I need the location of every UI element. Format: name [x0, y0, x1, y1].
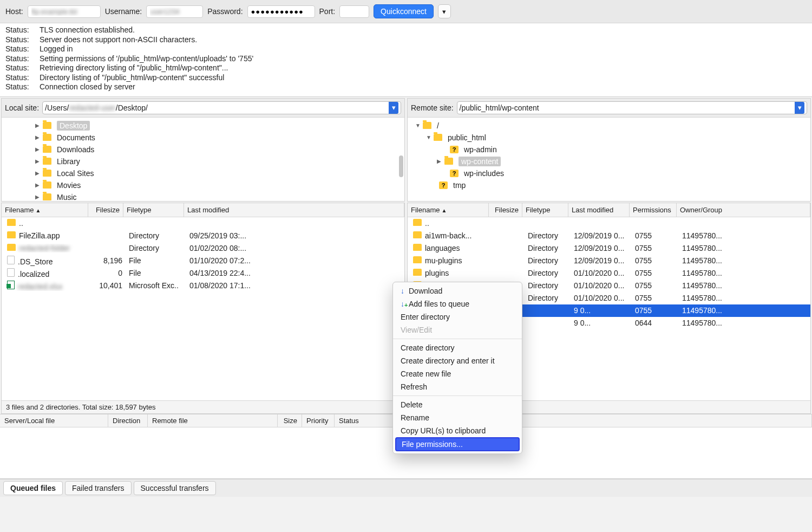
- ctx-copy-url[interactable]: Copy URL(s) to clipboard: [393, 424, 522, 437]
- list-item[interactable]: redacted-folderDirectory01/02/2020 08:..…: [2, 242, 404, 255]
- chevron-down-icon: ▾: [442, 8, 446, 16]
- tree-item[interactable]: ▶Movies: [2, 179, 404, 191]
- folder-unknown-icon: ?: [439, 181, 448, 189]
- ctx-download[interactable]: ↓Download: [393, 284, 522, 297]
- log-line: TLS connection established.: [40, 25, 135, 35]
- folder-icon: [43, 158, 51, 165]
- ctx-create-enter[interactable]: Create directory and enter it: [393, 354, 522, 367]
- ctx-create-directory[interactable]: Create directory: [393, 341, 522, 354]
- list-item[interactable]: pluginsDirectory01/10/2020 0...075511495…: [408, 267, 810, 280]
- folder-icon: [43, 122, 51, 129]
- list-item[interactable]: .localized0File04/13/2019 22:4...: [2, 267, 404, 280]
- local-path-input[interactable]: /Users/ redacted-user /Desktop/ ▾: [42, 101, 401, 114]
- password-label: Password:: [207, 7, 243, 16]
- download-icon: ↓: [401, 287, 404, 295]
- col[interactable]: Size: [278, 414, 302, 427]
- tree-item[interactable]: ?wp-includes: [408, 167, 810, 179]
- host-label: Host:: [5, 7, 23, 16]
- quickconnect-button[interactable]: Quickconnect: [374, 4, 434, 18]
- tree-item-wp-content[interactable]: ▶wp-content: [408, 155, 810, 167]
- tree-item[interactable]: ▼public_html: [408, 132, 810, 144]
- tree-item-desktop[interactable]: ▶Desktop: [2, 120, 404, 132]
- folder-unknown-icon: ?: [450, 170, 459, 177]
- sort-asc-icon: ▲: [35, 207, 41, 213]
- list-item[interactable]: redacted.xlsx10,401Microsoft Exc..01/08/…: [2, 280, 404, 292]
- local-file-list[interactable]: .. FileZilla.appDirectory09/25/2019 03:.…: [2, 217, 404, 400]
- connection-toolbar: Host: Username: Password: Port: Quickcon…: [0, 0, 812, 23]
- tree-item[interactable]: ▶Music: [2, 191, 404, 201]
- col-filetype[interactable]: Filetype: [522, 203, 568, 217]
- tree-item[interactable]: ▶Documents: [2, 132, 404, 144]
- list-item[interactable]: ai1wm-back...Directory12/09/2019 0...075…: [408, 230, 810, 242]
- col[interactable]: Priority: [302, 414, 335, 427]
- ctx-enter-directory[interactable]: Enter directory: [393, 310, 522, 323]
- col-filetype[interactable]: Filetype: [123, 203, 184, 217]
- tree-item[interactable]: ▶Local Sites: [2, 167, 404, 179]
- list-item[interactable]: FileZilla.appDirectory09/25/2019 03:...: [2, 230, 404, 242]
- list-item[interactable]: .DS_Store8,196File01/10/2020 07:2...: [2, 255, 404, 267]
- list-item[interactable]: mu-pluginsDirectory12/09/2019 0...075511…: [408, 255, 810, 267]
- port-input[interactable]: [339, 5, 369, 18]
- tree-item[interactable]: ▶Downloads: [2, 144, 404, 155]
- folder-icon: [444, 158, 453, 165]
- tab-successful[interactable]: Successful transfers: [134, 481, 216, 495]
- folder-icon: [413, 219, 422, 226]
- tree-item[interactable]: ?wp-admin: [408, 144, 810, 155]
- ctx-refresh[interactable]: Refresh: [393, 380, 522, 393]
- col-filename[interactable]: Filename▲: [2, 203, 88, 217]
- tab-queued[interactable]: Queued files: [3, 481, 63, 495]
- password-input[interactable]: [247, 5, 315, 18]
- local-site-label: Local site:: [5, 103, 39, 112]
- ctx-delete[interactable]: Delete: [393, 398, 522, 411]
- folder-unknown-icon: ?: [450, 146, 459, 153]
- folder-icon: [7, 231, 16, 238]
- quickconnect-dropdown[interactable]: ▾: [438, 4, 451, 18]
- list-item[interactable]: ..: [408, 217, 810, 230]
- folder-icon: [43, 134, 51, 141]
- tab-failed[interactable]: Failed transfers: [65, 481, 131, 495]
- col-owner[interactable]: Owner/Group: [677, 203, 810, 217]
- status-log: Status:TLS connection established. Statu…: [0, 23, 812, 97]
- col[interactable]: Direction: [108, 414, 148, 427]
- username-input[interactable]: [146, 5, 203, 18]
- local-tree[interactable]: ▶Desktop ▶Documents ▶Downloads ▶Library …: [2, 118, 404, 201]
- folder-icon: [434, 134, 442, 141]
- col[interactable]: Server/Local file: [0, 414, 108, 427]
- ctx-file-permissions[interactable]: File permissions...: [395, 437, 520, 451]
- ctx-view-edit: View/Edit: [393, 323, 522, 336]
- ctx-create-file[interactable]: Create new file: [393, 367, 522, 380]
- tree-item[interactable]: ▶Library: [2, 155, 404, 167]
- add-queue-icon: ↓: [401, 300, 404, 308]
- col-filename[interactable]: Filename▲: [408, 203, 489, 217]
- folder-icon: [413, 256, 422, 263]
- remote-site-label: Remote site:: [411, 103, 454, 112]
- local-columns: Filename▲ Filesize Filetype Last modifie…: [2, 203, 404, 217]
- folder-icon: [43, 146, 51, 153]
- folder-icon: [43, 193, 51, 200]
- username-label: Username:: [105, 7, 142, 16]
- col-filesize[interactable]: Filesize: [88, 203, 123, 217]
- chevron-down-icon[interactable]: ▾: [389, 102, 398, 114]
- remote-columns: Filename▲ Filesize Filetype Last modifie…: [408, 203, 810, 217]
- ctx-rename[interactable]: Rename: [393, 411, 522, 424]
- list-item[interactable]: languagesDirectory12/09/2019 0...0755114…: [408, 242, 810, 255]
- context-menu: ↓Download ↓Add files to queue Enter dire…: [392, 282, 522, 454]
- remote-path-input[interactable]: /public_html/wp-content ▾: [457, 101, 807, 114]
- col-modified[interactable]: Last modified: [184, 203, 404, 217]
- col-filesize[interactable]: Filesize: [489, 203, 522, 217]
- chevron-down-icon[interactable]: ▾: [795, 102, 804, 114]
- host-input[interactable]: [28, 5, 101, 18]
- ctx-add-queue[interactable]: ↓Add files to queue: [393, 297, 522, 310]
- scrollbar-thumb[interactable]: [399, 155, 403, 177]
- remote-tree[interactable]: ▼/ ▼public_html ?wp-admin ▶wp-content ?w…: [408, 118, 810, 201]
- folder-icon: [413, 269, 422, 276]
- folder-icon: [7, 244, 16, 251]
- tree-item-root[interactable]: ▼/: [408, 120, 810, 132]
- tree-item[interactable]: ?tmp: [408, 179, 810, 191]
- folder-icon: [413, 231, 422, 238]
- list-item-up[interactable]: ..: [2, 217, 404, 230]
- separator: [393, 395, 522, 396]
- col[interactable]: Remote file: [148, 414, 278, 427]
- col-modified[interactable]: Last modified: [568, 203, 630, 217]
- col-permissions[interactable]: Permissions: [630, 203, 677, 217]
